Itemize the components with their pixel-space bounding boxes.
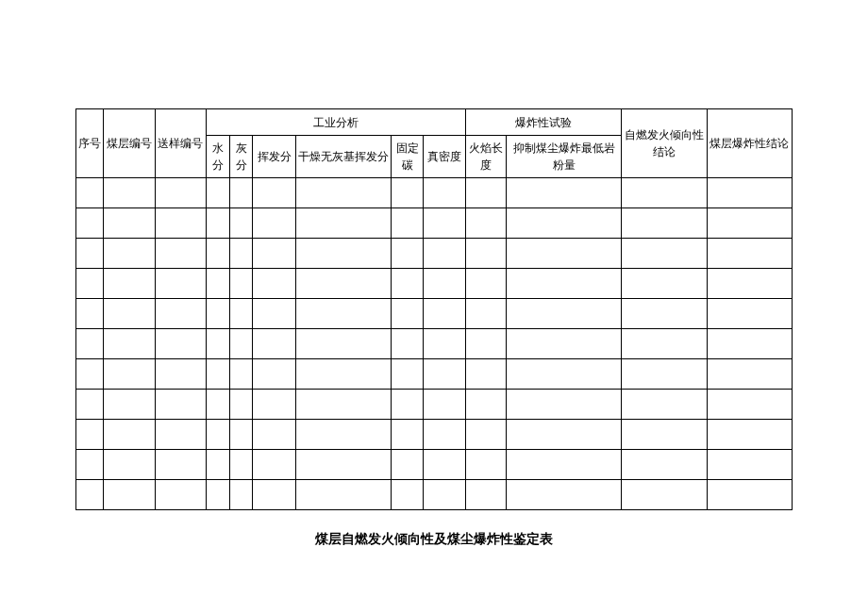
table-cell [253,269,295,299]
table-cell [507,239,622,269]
table-cell [229,450,253,480]
table-cell [206,239,229,269]
table-cell [229,299,253,329]
table-cell [155,480,206,510]
table-cell [253,390,295,420]
table-cell [104,450,155,480]
header-layer: 煤层编号 [104,109,155,178]
table-cell [155,420,206,450]
table-cell [466,269,507,299]
table-row [76,329,793,359]
table-cell [104,299,155,329]
table-cell [229,390,253,420]
table-cell [76,178,104,208]
table-cell [466,239,507,269]
table-cell [507,450,622,480]
table-cell [707,359,792,390]
table-cell [229,359,253,390]
table-row [76,269,793,299]
table-cell [707,208,792,239]
table-row [76,390,793,420]
table-cell [392,208,424,239]
table-cell [155,299,206,329]
table-cell [392,299,424,329]
table-cell [253,239,295,269]
table-cell [76,480,104,510]
table-cell [424,329,466,359]
table-cell [104,329,155,359]
table-caption: 煤层自燃发火倾向性及煤尘爆炸性鉴定表 [75,531,793,548]
table-cell [295,329,392,359]
table-cell [392,329,424,359]
table-cell [104,359,155,390]
table-cell [295,450,392,480]
table-cell [155,390,206,420]
table-cell [76,390,104,420]
table-cell [622,269,707,299]
table-cell [507,390,622,420]
table-cell [229,329,253,359]
table-cell [76,299,104,329]
table-cell [295,299,392,329]
header-flame: 火焰长度 [466,136,507,178]
table-cell [155,450,206,480]
table-cell [707,450,792,480]
table-cell [707,178,792,208]
appraisal-table: 序号 煤层编号 送样编号 工业分析 爆炸性试验 自燃发火倾向性结论 煤层爆炸性结… [75,108,793,510]
table-cell [392,178,424,208]
table-row [76,359,793,390]
table-cell [466,480,507,510]
table-cell [295,178,392,208]
table-cell [229,269,253,299]
table-cell [466,299,507,329]
table-cell [466,420,507,450]
header-explosion: 爆炸性试验 [466,109,622,136]
table-cell [229,208,253,239]
table-cell [707,390,792,420]
table-cell [507,208,622,239]
table-cell [155,269,206,299]
table-cell [507,359,622,390]
table-cell [392,480,424,510]
table-cell [104,208,155,239]
header-sample: 送样编号 [155,109,206,178]
table-cell [206,450,229,480]
table-cell [466,208,507,239]
table-cell [424,390,466,420]
table-cell [253,480,295,510]
table-cell [295,359,392,390]
header-rock: 抑制煤尘爆炸最低岩粉量 [507,136,622,178]
table-cell [622,450,707,480]
table-cell [295,208,392,239]
table-cell [155,329,206,359]
table-cell [392,420,424,450]
table-cell [76,329,104,359]
table-cell [622,329,707,359]
table-cell [206,299,229,329]
header-seq: 序号 [76,109,104,178]
table-cell [206,390,229,420]
header-carbon: 固定碳 [392,136,424,178]
table-cell [466,178,507,208]
table-cell [295,239,392,269]
table-cell [707,299,792,329]
table-cell [424,208,466,239]
table-cell [424,178,466,208]
table-row [76,178,793,208]
table-cell [229,239,253,269]
table-row [76,420,793,450]
table-cell [622,390,707,420]
table-row [76,208,793,239]
table-cell [76,420,104,450]
table-cell [466,450,507,480]
table-cell [466,359,507,390]
table-cell [507,329,622,359]
table-cell [424,450,466,480]
table-cell [104,269,155,299]
table-cell [155,359,206,390]
table-cell [155,208,206,239]
table-cell [104,178,155,208]
table-cell [424,480,466,510]
header-water: 水分 [206,136,229,178]
table-cell [206,178,229,208]
